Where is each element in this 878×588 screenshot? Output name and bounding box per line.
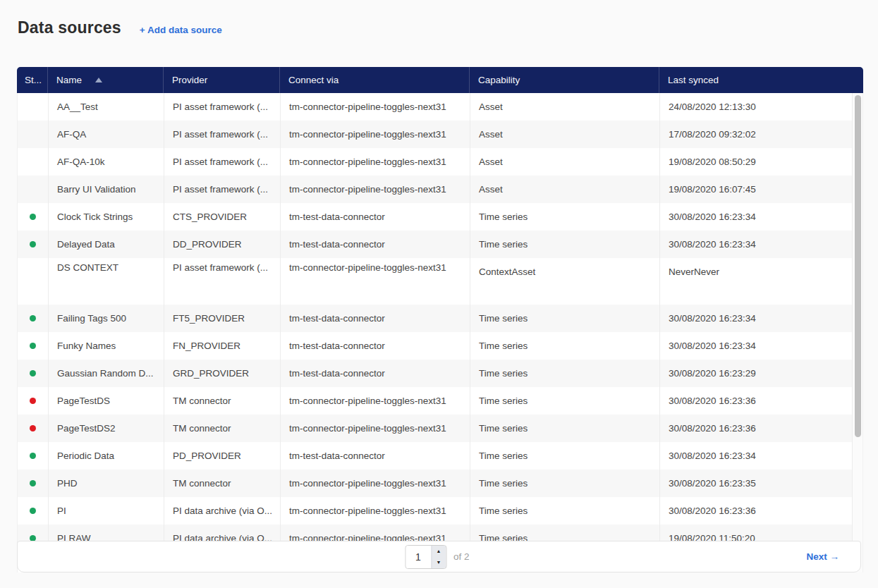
page-number-input[interactable] (406, 546, 431, 568)
last-synced-cell: 30/08/2020 16:23:36 (660, 415, 852, 442)
name-cell: Barry UI Validation (49, 176, 164, 203)
column-header-connect-via-label: Connect via (288, 75, 339, 85)
column-header-provider-label: Provider (172, 75, 207, 85)
status-cell (18, 305, 49, 332)
page-increment-button[interactable]: ▲ (432, 546, 446, 557)
capability-cell: Asset (470, 176, 660, 203)
capability-cell: Time series (470, 305, 660, 332)
table-row[interactable]: PageTestDSTM connectortm-connector-pipel… (18, 387, 852, 415)
page-number-control: ▲ ▼ of 2 (405, 545, 470, 569)
table-row[interactable]: PHDTM connectortm-connector-pipeline-tog… (18, 470, 852, 497)
page-number-group: ▲ ▼ (405, 545, 446, 569)
scrollbar-thumb[interactable] (855, 95, 861, 437)
status-dot-green (30, 343, 36, 349)
last-synced-cell: 30/08/2020 16:23:36 (660, 387, 852, 415)
provider-cell: GRD_PROVIDER (164, 360, 281, 387)
status-dot-green (30, 315, 36, 321)
status-cell (18, 470, 49, 497)
last-synced-cell: 30/08/2020 16:23:34 (660, 305, 852, 332)
table-row[interactable]: Gaussian Random D...GRD_PROVIDERtm-test-… (18, 360, 852, 387)
name-cell: PageTestDS2 (49, 415, 164, 442)
last-synced-cell: 30/08/2020 16:23:34 (660, 442, 852, 470)
status-dot-red (30, 425, 36, 431)
data-sources-table: St... Name Provider Connect via Capabili… (17, 67, 863, 572)
status-cell (18, 258, 49, 305)
status-dot-red (30, 398, 36, 404)
table-row[interactable]: PIPI data archive (via O...tm-connector-… (18, 497, 852, 525)
table-body: AA__TestPI asset framework (...tm-connec… (17, 93, 852, 572)
column-header-provider[interactable]: Provider (164, 67, 280, 93)
column-header-status[interactable]: St... (17, 67, 48, 93)
connect-via-cell: tm-test-data-connector (281, 442, 470, 470)
last-synced-cell: 19/08/2020 08:50:29 (660, 148, 852, 176)
page-header: Data sources + Add data source (0, 0, 878, 37)
provider-cell: FN_PROVIDER (164, 332, 281, 360)
connect-via-cell: tm-test-data-connector (281, 332, 470, 360)
table-row[interactable]: AF-QAPI asset framework (...tm-connector… (18, 121, 852, 148)
last-synced-cell: 24/08/2020 12:13:30 (660, 93, 852, 121)
connect-via-cell: tm-test-data-connector (281, 203, 470, 231)
table-row[interactable]: Barry UI ValidationPI asset framework (.… (18, 176, 852, 203)
connect-via-cell: tm-connector-pipeline-toggles-next31 (281, 258, 470, 305)
capability-cell: Time series (470, 387, 660, 415)
table-row[interactable]: AA__TestPI asset framework (...tm-connec… (18, 93, 852, 121)
name-cell: DS CONTEXT (49, 258, 164, 305)
page-decrement-button[interactable]: ▼ (432, 557, 446, 568)
column-header-connect-via[interactable]: Connect via (280, 67, 470, 93)
last-synced-cell: 30/08/2020 16:23:29 (660, 360, 852, 387)
table-row[interactable]: PageTestDS2TM connectortm-connector-pipe… (18, 415, 852, 442)
status-cell (18, 442, 49, 470)
table-header-row: St... Name Provider Connect via Capabili… (17, 67, 863, 93)
capability-cell: Time series (470, 442, 660, 470)
connect-via-cell: tm-test-data-connector (281, 231, 470, 258)
name-cell: Funky Names (49, 332, 164, 360)
capability-cell: Time series (470, 360, 660, 387)
connect-via-cell: tm-connector-pipeline-toggles-next31 (281, 121, 470, 148)
name-cell: Failing Tags 500 (49, 305, 164, 332)
table-scrollbar[interactable] (852, 93, 863, 572)
name-cell: PHD (49, 470, 164, 497)
add-data-source-link[interactable]: + Add data source (140, 25, 222, 35)
column-header-last-synced[interactable]: Last synced (659, 67, 863, 93)
capability-cell: Time series (470, 231, 660, 258)
connect-via-cell: tm-connector-pipeline-toggles-next31 (281, 176, 470, 203)
table-row[interactable]: Periodic DataPD_PROVIDERtm-test-data-con… (18, 442, 852, 470)
provider-cell: PI asset framework (... (164, 93, 281, 121)
status-dot-green (30, 370, 36, 376)
last-synced-cell: 19/08/2020 16:07:45 (660, 176, 852, 203)
capability-cell: Time series (470, 470, 660, 497)
last-synced-cell: NeverNever (660, 258, 852, 305)
status-cell (18, 360, 49, 387)
status-cell (18, 387, 49, 415)
column-header-capability[interactable]: Capability (470, 67, 659, 93)
table-row[interactable]: Failing Tags 500FT5_PROVIDERtm-test-data… (18, 305, 852, 332)
page-number-stepper: ▲ ▼ (431, 546, 446, 568)
provider-cell: TM connector (164, 415, 281, 442)
column-header-name[interactable]: Name (48, 67, 164, 93)
column-header-capability-label: Capability (478, 75, 520, 85)
provider-cell: DD_PROVIDER (164, 231, 281, 258)
status-cell (18, 203, 49, 231)
connect-via-cell: tm-connector-pipeline-toggles-next31 (281, 415, 470, 442)
table-row[interactable]: Delayed DataDD_PROVIDERtm-test-data-conn… (18, 231, 852, 258)
next-page-link[interactable]: Next → (806, 551, 839, 562)
provider-cell: PI asset framework (... (164, 121, 281, 148)
capability-cell: Time series (470, 332, 660, 360)
table-row[interactable]: DS CONTEXTPI asset framework (...tm-conn… (18, 258, 852, 305)
provider-cell: PI asset framework (... (164, 148, 281, 176)
last-synced-cell: 30/08/2020 16:23:34 (660, 231, 852, 258)
table-row[interactable]: AF-QA-10kPI asset framework (...tm-conne… (18, 148, 852, 176)
capability-cell: Asset (470, 148, 660, 176)
column-header-name-label: Name (56, 75, 82, 85)
last-synced-cell: 30/08/2020 16:23:35 (660, 470, 852, 497)
provider-cell: CTS_PROVIDER (164, 203, 281, 231)
capability-cell: Time series (470, 203, 660, 231)
connect-via-cell: tm-connector-pipeline-toggles-next31 (281, 148, 470, 176)
capability-cell: Time series (470, 415, 660, 442)
connect-via-cell: tm-test-data-connector (281, 305, 470, 332)
table-row[interactable]: Clock Tick StringsCTS_PROVIDERtm-test-da… (18, 203, 852, 231)
connect-via-cell: tm-connector-pipeline-toggles-next31 (281, 93, 470, 121)
last-synced-cell: 17/08/2020 09:32:02 (660, 121, 852, 148)
connect-via-cell: tm-test-data-connector (281, 360, 470, 387)
table-row[interactable]: Funky NamesFN_PROVIDERtm-test-data-conne… (18, 332, 852, 360)
